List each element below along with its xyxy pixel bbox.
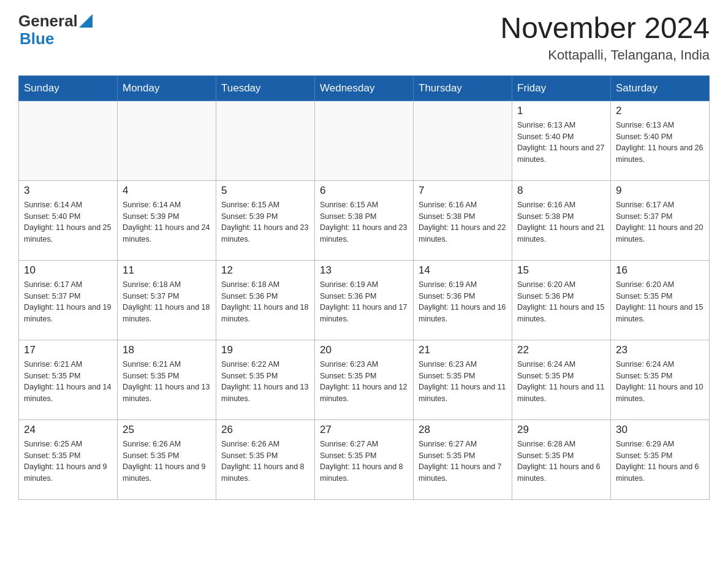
day-number: 21	[419, 344, 507, 356]
day-number: 19	[221, 344, 309, 356]
calendar-cell: 13Sunrise: 6:19 AM Sunset: 5:36 PM Dayli…	[315, 260, 414, 340]
calendar-cell: 20Sunrise: 6:23 AM Sunset: 5:35 PM Dayli…	[315, 340, 414, 419]
day-number: 5	[221, 185, 309, 197]
calendar-cell	[414, 101, 512, 180]
day-number: 8	[517, 185, 605, 197]
day-info: Sunrise: 6:17 AM Sunset: 5:37 PM Dayligh…	[616, 199, 704, 245]
day-info: Sunrise: 6:14 AM Sunset: 5:40 PM Dayligh…	[24, 199, 112, 245]
svg-marker-0	[79, 14, 93, 28]
calendar-week-row: 3Sunrise: 6:14 AM Sunset: 5:40 PM Daylig…	[19, 180, 710, 260]
weekday-header-sunday: Sunday	[19, 75, 118, 101]
day-number: 30	[616, 424, 704, 436]
calendar-cell: 1Sunrise: 6:13 AM Sunset: 5:40 PM Daylig…	[512, 101, 611, 180]
day-number: 12	[221, 264, 309, 277]
weekday-header-thursday: Thursday	[414, 75, 512, 101]
month-title: November 2024	[500, 12, 710, 45]
day-number: 11	[123, 264, 211, 277]
day-info: Sunrise: 6:28 AM Sunset: 5:35 PM Dayligh…	[517, 439, 605, 484]
day-number: 25	[123, 424, 211, 436]
weekday-header-monday: Monday	[118, 75, 216, 101]
calendar-cell: 8Sunrise: 6:16 AM Sunset: 5:38 PM Daylig…	[512, 180, 611, 260]
day-info: Sunrise: 6:26 AM Sunset: 5:35 PM Dayligh…	[123, 439, 211, 484]
day-number: 29	[517, 424, 605, 436]
calendar-body: 1Sunrise: 6:13 AM Sunset: 5:40 PM Daylig…	[19, 101, 710, 499]
calendar-week-row: 24Sunrise: 6:25 AM Sunset: 5:35 PM Dayli…	[19, 419, 710, 499]
day-number: 24	[24, 424, 112, 436]
calendar-cell	[315, 101, 414, 180]
calendar-week-row: 17Sunrise: 6:21 AM Sunset: 5:35 PM Dayli…	[19, 340, 710, 419]
calendar-cell: 29Sunrise: 6:28 AM Sunset: 5:35 PM Dayli…	[512, 419, 611, 499]
calendar-cell: 28Sunrise: 6:27 AM Sunset: 5:35 PM Dayli…	[414, 419, 512, 499]
day-number: 2	[616, 105, 704, 117]
day-info: Sunrise: 6:13 AM Sunset: 5:40 PM Dayligh…	[616, 120, 704, 166]
day-info: Sunrise: 6:17 AM Sunset: 5:37 PM Dayligh…	[24, 279, 112, 325]
weekday-header-tuesday: Tuesday	[216, 75, 315, 101]
day-number: 26	[221, 424, 309, 436]
day-info: Sunrise: 6:21 AM Sunset: 5:35 PM Dayligh…	[123, 359, 211, 405]
day-info: Sunrise: 6:24 AM Sunset: 5:35 PM Dayligh…	[616, 359, 704, 405]
day-number: 28	[419, 424, 507, 436]
day-number: 10	[24, 264, 112, 277]
day-info: Sunrise: 6:27 AM Sunset: 5:35 PM Dayligh…	[320, 439, 408, 484]
logo-blue-text: Blue	[20, 30, 54, 48]
day-info: Sunrise: 6:16 AM Sunset: 5:38 PM Dayligh…	[419, 199, 507, 245]
day-number: 27	[320, 424, 408, 436]
weekday-header-saturday: Saturday	[611, 75, 710, 101]
day-info: Sunrise: 6:16 AM Sunset: 5:38 PM Dayligh…	[517, 199, 605, 245]
day-number: 3	[24, 185, 112, 197]
calendar-cell: 25Sunrise: 6:26 AM Sunset: 5:35 PM Dayli…	[118, 419, 216, 499]
day-info: Sunrise: 6:19 AM Sunset: 5:36 PM Dayligh…	[320, 279, 408, 325]
location-title: Kottapalli, Telangana, India	[500, 47, 710, 63]
day-number: 17	[24, 344, 112, 356]
day-info: Sunrise: 6:15 AM Sunset: 5:39 PM Dayligh…	[221, 199, 309, 245]
day-number: 7	[419, 185, 507, 197]
calendar-cell	[216, 101, 315, 180]
calendar-cell: 22Sunrise: 6:24 AM Sunset: 5:35 PM Dayli…	[512, 340, 611, 419]
calendar-cell: 30Sunrise: 6:29 AM Sunset: 5:35 PM Dayli…	[611, 419, 710, 499]
day-number: 18	[123, 344, 211, 356]
calendar-cell: 15Sunrise: 6:20 AM Sunset: 5:36 PM Dayli…	[512, 260, 611, 340]
calendar-cell: 4Sunrise: 6:14 AM Sunset: 5:39 PM Daylig…	[118, 180, 216, 260]
day-info: Sunrise: 6:29 AM Sunset: 5:35 PM Dayligh…	[616, 439, 704, 484]
calendar-cell: 18Sunrise: 6:21 AM Sunset: 5:35 PM Dayli…	[118, 340, 216, 419]
logo: General Blue	[18, 12, 93, 47]
day-info: Sunrise: 6:23 AM Sunset: 5:35 PM Dayligh…	[320, 359, 408, 405]
weekday-header-row: SundayMondayTuesdayWednesdayThursdayFrid…	[19, 75, 710, 101]
day-number: 9	[616, 185, 704, 197]
day-number: 13	[320, 264, 408, 277]
calendar-cell: 7Sunrise: 6:16 AM Sunset: 5:38 PM Daylig…	[414, 180, 512, 260]
day-info: Sunrise: 6:26 AM Sunset: 5:35 PM Dayligh…	[221, 439, 309, 484]
calendar-cell	[19, 101, 118, 180]
calendar-cell: 2Sunrise: 6:13 AM Sunset: 5:40 PM Daylig…	[611, 101, 710, 180]
day-number: 1	[517, 105, 605, 117]
day-info: Sunrise: 6:15 AM Sunset: 5:38 PM Dayligh…	[320, 199, 408, 245]
day-info: Sunrise: 6:18 AM Sunset: 5:37 PM Dayligh…	[123, 279, 211, 325]
calendar-cell: 5Sunrise: 6:15 AM Sunset: 5:39 PM Daylig…	[216, 180, 315, 260]
day-number: 6	[320, 185, 408, 197]
calendar-cell: 3Sunrise: 6:14 AM Sunset: 5:40 PM Daylig…	[19, 180, 118, 260]
calendar-cell: 27Sunrise: 6:27 AM Sunset: 5:35 PM Dayli…	[315, 419, 414, 499]
logo-triangle-icon	[79, 14, 93, 28]
day-info: Sunrise: 6:13 AM Sunset: 5:40 PM Dayligh…	[517, 120, 605, 166]
day-number: 20	[320, 344, 408, 356]
logo-general-text: General	[18, 12, 78, 30]
calendar-cell: 9Sunrise: 6:17 AM Sunset: 5:37 PM Daylig…	[611, 180, 710, 260]
day-info: Sunrise: 6:24 AM Sunset: 5:35 PM Dayligh…	[517, 359, 605, 405]
day-number: 4	[123, 185, 211, 197]
calendar-table: SundayMondayTuesdayWednesdayThursdayFrid…	[18, 75, 710, 500]
calendar-cell: 16Sunrise: 6:20 AM Sunset: 5:35 PM Dayli…	[611, 260, 710, 340]
calendar-header: SundayMondayTuesdayWednesdayThursdayFrid…	[19, 75, 710, 101]
day-number: 16	[616, 264, 704, 277]
day-info: Sunrise: 6:14 AM Sunset: 5:39 PM Dayligh…	[123, 199, 211, 245]
calendar-cell: 6Sunrise: 6:15 AM Sunset: 5:38 PM Daylig…	[315, 180, 414, 260]
calendar-week-row: 10Sunrise: 6:17 AM Sunset: 5:37 PM Dayli…	[19, 260, 710, 340]
weekday-header-wednesday: Wednesday	[315, 75, 414, 101]
day-info: Sunrise: 6:18 AM Sunset: 5:36 PM Dayligh…	[221, 279, 309, 325]
day-number: 14	[419, 264, 507, 277]
title-block: November 2024 Kottapalli, Telangana, Ind…	[500, 12, 710, 63]
day-info: Sunrise: 6:21 AM Sunset: 5:35 PM Dayligh…	[24, 359, 112, 405]
calendar-cell: 23Sunrise: 6:24 AM Sunset: 5:35 PM Dayli…	[611, 340, 710, 419]
day-info: Sunrise: 6:20 AM Sunset: 5:35 PM Dayligh…	[616, 279, 704, 325]
day-info: Sunrise: 6:23 AM Sunset: 5:35 PM Dayligh…	[419, 359, 507, 405]
day-info: Sunrise: 6:19 AM Sunset: 5:36 PM Dayligh…	[419, 279, 507, 325]
